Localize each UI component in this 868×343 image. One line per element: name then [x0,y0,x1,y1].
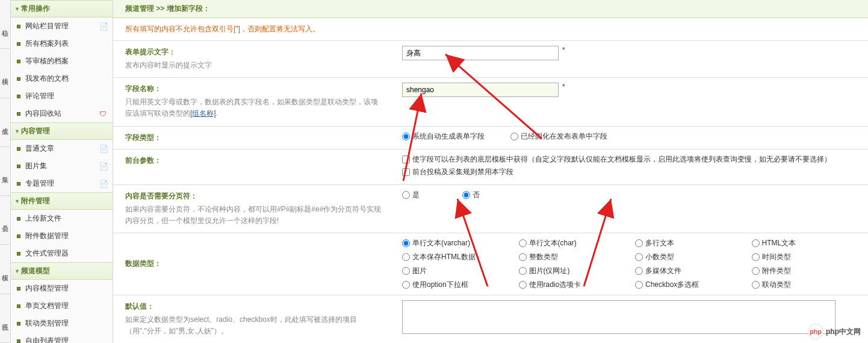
menu-upload[interactable]: 上传新文件 [11,210,113,227]
dtype-media-radio[interactable] [635,267,643,275]
dtype-imgurl-radio[interactable] [519,267,527,275]
data-type-grid: 单行文本(varchar) 单行文本(char) 多行文本 HTML文本 文本保… [402,238,862,290]
vtab-collect[interactable]: 采集 [0,147,10,196]
tip-desc: 发布内容时显示的提示文字 [125,60,384,71]
tip-label: 表单提示文字： [125,47,384,57]
section-channel-model[interactable]: ▾频道模型 [11,262,113,280]
menu-content-model[interactable]: 内容模型管理 [11,280,113,297]
dtype-checkbox-radio[interactable] [635,281,643,289]
vtab-template[interactable]: 模板 [0,245,10,294]
dtype-int-radio[interactable] [519,253,527,261]
menu-special[interactable]: 专题管理📄 [11,175,113,192]
dtype-float-radio[interactable] [635,253,643,261]
dtype-attach-radio[interactable] [752,267,760,275]
page-no-label: 否 [473,190,480,200]
breadcrumb: 频道管理 >> 增加新字段： [113,0,868,18]
chevron-down-icon: ▾ [16,128,19,134]
dtype-img-radio[interactable] [402,267,410,275]
type-fixed-label: 已经固化在发布表单中字段 [521,131,607,142]
dtype-htmldata-radio[interactable] [402,253,410,261]
menu-pending-archives[interactable]: 等审核的档案 [11,52,113,70]
menu-single-page[interactable]: 单页文档管理 [11,297,113,315]
dtype-linkage-radio[interactable] [752,281,760,289]
menu-recycle[interactable]: 内容回收站🛡 [11,105,113,122]
page-icon: 📄 [99,145,108,153]
type-auto-label: 系统自动生成表单字段 [412,131,485,142]
default-desc: 如果定义数据类型为select、radio、checkbox时，此处填写被选择的… [125,314,384,337]
section-attachment[interactable]: ▾附件管理 [11,192,113,210]
type-fixed-radio[interactable] [510,133,518,140]
menu-linkage[interactable]: 联动类别管理 [11,315,113,332]
group-name-link[interactable]: [组名称] [190,109,216,118]
menu-file-manager[interactable]: 文件式管理器 [11,245,113,262]
dtype-multitext-radio[interactable] [635,239,643,247]
section-content[interactable]: ▾内容管理 [11,122,113,140]
dtype-radio-radio[interactable] [519,281,527,289]
page-icon: 📄 [99,162,108,171]
watermark: php php中文网 [808,324,861,339]
dtype-option-radio[interactable] [402,281,410,289]
page-no-radio[interactable] [462,191,470,199]
front-list-checkbox[interactable] [402,156,410,163]
name-input[interactable] [402,83,559,97]
chevron-down-icon: ▾ [16,198,19,204]
front-list-label: 使字段可以在列表的底层模板中获得（自定义字段默认仅能在文档模板显示，启用此选项将… [412,154,831,165]
dtype-label: 数据类型： [125,259,161,269]
menu-site-columns[interactable]: 网站栏目管理📄 [11,17,113,35]
front-label: 前台参数： [125,156,384,166]
page-icon: 📄 [99,180,108,188]
chevron-down-icon: ▾ [16,268,19,274]
menu-attach-data[interactable]: 附件数据管理 [11,227,113,245]
type-label: 字段类型： [125,133,384,143]
tip-input[interactable] [402,46,559,60]
required-star: * [562,83,565,91]
menu-comments[interactable]: 评论管理 [11,87,113,105]
menu-free-list[interactable]: 自由列表管理 [11,332,113,343]
type-auto-radio[interactable] [402,133,410,140]
vtab-module[interactable]: 模块 [0,49,10,98]
name-desc: 只能用英文字母或数字，数据表的真实字段名，如果数据类型是联动类型，该项应该填写联… [125,96,384,119]
menu-my-docs[interactable]: 我发布的文档 [11,70,113,87]
name-label: 字段名称： [125,84,384,94]
sidebar-vertical-tabs: 核心 模块 生成 采集 会员 模板 系统 [0,0,11,343]
shield-icon: 🛡 [99,110,108,118]
dtype-char-radio[interactable] [519,239,527,247]
vtab-generate[interactable]: 生成 [0,98,10,147]
default-label: 默认值： [125,301,384,312]
vtab-core[interactable]: 核心 [0,0,10,49]
vtab-member[interactable]: 会员 [0,196,10,245]
page-desc: 如果内容需要分页符，不论何种内容，都可以用#P#副标题#e#作为分页符号实现内容… [125,204,384,227]
menu-all-archives[interactable]: 所有档案列表 [11,35,113,52]
page-yes-label: 是 [412,190,420,200]
page-yes-radio[interactable] [402,191,410,199]
required-star: * [562,46,565,54]
warning-text: 所有填写的内容不允许包含双引号["]，否则配置将无法写入。 [113,18,868,40]
dtype-html-radio[interactable] [752,239,760,247]
chevron-down-icon: ▾ [16,5,19,12]
page-icon: 📄 [99,22,108,31]
main-content: 频道管理 >> 增加新字段： 所有填写的内容不允许包含双引号["]，否则配置将无… [113,0,868,343]
sidebar: ▾常用操作 网站栏目管理📄 所有档案列表 等审核的档案 我发布的文档 评论管理 … [11,0,113,343]
dtype-time-radio[interactable] [752,253,760,261]
front-disable-checkbox[interactable] [402,168,410,176]
page-label: 内容是否需要分页符： [125,191,384,201]
php-logo-icon: php [808,324,823,339]
front-disable-label: 前台投稿及采集规则禁用本字段 [412,167,513,177]
default-textarea[interactable] [402,300,835,334]
menu-article[interactable]: 普通文章📄 [11,140,113,157]
section-common[interactable]: ▾常用操作 [11,0,113,17]
vtab-system[interactable]: 系统 [0,294,10,343]
menu-image-set[interactable]: 图片集📄 [11,157,113,175]
dtype-varchar-radio[interactable] [402,239,410,247]
